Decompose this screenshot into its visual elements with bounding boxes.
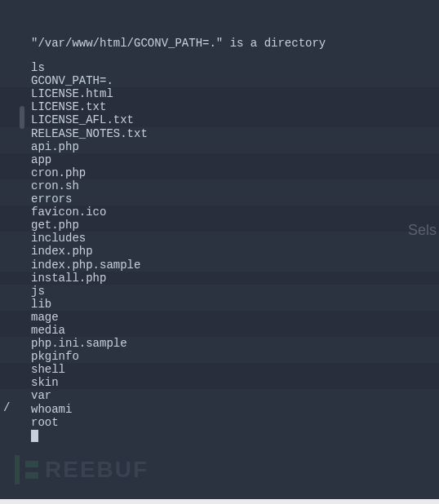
right-partial-text: Sels xyxy=(408,222,439,239)
terminal-result: root xyxy=(31,416,439,429)
ls-output-item: errors xyxy=(31,192,439,206)
ls-output-item: var xyxy=(31,389,439,402)
ls-output-item: media xyxy=(0,324,439,337)
ls-output-item: RELEASE_NOTES.txt xyxy=(31,127,439,140)
ls-output-item: LICENSE.txt xyxy=(0,100,439,113)
ls-output-item: php.ini.sample xyxy=(31,337,439,350)
ls-output-item: favicon.ico xyxy=(0,206,439,219)
ls-output-item: get.php xyxy=(0,219,439,232)
terminal-prompt-line[interactable] xyxy=(31,429,439,442)
ls-output-item: includes xyxy=(31,232,439,245)
scrollbar-thumb[interactable] xyxy=(20,106,24,129)
terminal-message: "/var/www/html/GCONV_PATH=." is a direct… xyxy=(31,37,439,50)
terminal-command: whoami xyxy=(31,403,439,416)
terminal-command: ls xyxy=(31,61,439,74)
ls-output-item: mage xyxy=(0,311,439,324)
terminal-output: "/var/www/html/GCONV_PATH=." is a direct… xyxy=(0,0,439,442)
left-slash-indicator: / xyxy=(3,401,10,414)
watermark-text: REEBUF xyxy=(45,457,149,483)
ls-output-item: pkginfo xyxy=(31,350,439,363)
ls-output-item: LICENSE_AFL.txt xyxy=(0,113,439,126)
ls-output-item: index.php.sample xyxy=(31,259,439,272)
ls-output-item: api.php xyxy=(31,140,439,153)
bottom-bar xyxy=(0,499,439,504)
ls-output-item: GCONV_PATH=. xyxy=(31,74,439,87)
ls-output-item: shell xyxy=(0,363,439,376)
ls-output-item: cron.php xyxy=(0,166,439,179)
watermark: REEBUF xyxy=(15,455,149,484)
ls-output-item: lib xyxy=(31,298,439,311)
ls-output-item: index.php xyxy=(31,245,439,258)
watermark-bar-icon xyxy=(15,455,20,484)
ls-output-item: install.php xyxy=(0,272,439,285)
ls-output-item: skin xyxy=(0,376,439,389)
ls-output-item: app xyxy=(0,153,439,166)
ls-output-item: LICENSE.html xyxy=(0,87,439,100)
cursor-icon xyxy=(31,430,38,442)
watermark-bars-icon xyxy=(25,461,38,479)
ls-output-item: cron.sh xyxy=(31,179,439,192)
ls-output-item: js xyxy=(31,285,439,298)
